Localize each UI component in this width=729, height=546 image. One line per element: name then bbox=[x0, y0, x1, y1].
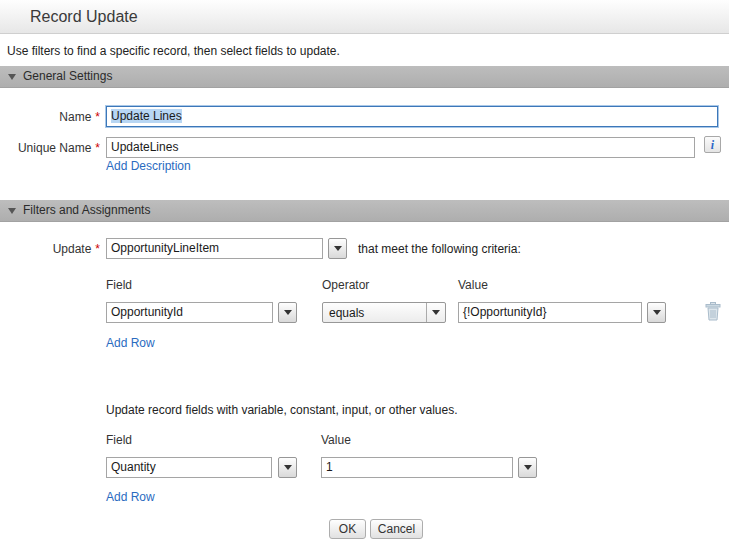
criteria-text: that meet the following criteria: bbox=[358, 242, 521, 256]
cancel-button[interactable]: Cancel bbox=[370, 519, 423, 539]
assignment-value-dropdown-button[interactable] bbox=[518, 457, 537, 478]
assignment-value-combobox[interactable]: 1 bbox=[321, 457, 513, 478]
dialog-titlebar: Record Update bbox=[0, 0, 729, 34]
filter-value-dropdown-button[interactable] bbox=[647, 302, 666, 323]
filter-field-column-header: Field bbox=[106, 278, 132, 292]
chevron-down-icon bbox=[524, 465, 532, 470]
update-object-dropdown-button[interactable] bbox=[328, 238, 347, 259]
trash-icon bbox=[705, 302, 721, 321]
chevron-down-icon bbox=[334, 246, 342, 251]
required-asterisk: * bbox=[95, 242, 100, 256]
chevron-down-icon bbox=[432, 310, 440, 315]
name-input[interactable]: Update Lines bbox=[106, 106, 718, 127]
general-settings-header-label: General Settings bbox=[23, 66, 112, 87]
name-label: Name* bbox=[0, 110, 100, 124]
dialog-description: Use filters to find a specific record, t… bbox=[7, 44, 340, 58]
required-asterisk: * bbox=[95, 110, 100, 124]
assignments-description: Update record fields with variable, cons… bbox=[106, 403, 458, 417]
filter-operator-column-header: Operator bbox=[322, 278, 369, 292]
name-input-selected-text: Update Lines bbox=[111, 109, 182, 123]
collapse-triangle-icon bbox=[8, 74, 16, 80]
filter-field-combobox[interactable]: OpportunityId bbox=[106, 302, 273, 323]
delete-row-button[interactable] bbox=[705, 302, 721, 321]
chevron-down-icon bbox=[653, 310, 661, 315]
assignments-add-row-link[interactable]: Add Row bbox=[106, 490, 155, 504]
filter-field-dropdown-button[interactable] bbox=[278, 302, 297, 323]
assignment-field-column-header: Field bbox=[106, 433, 132, 447]
chevron-down-icon bbox=[284, 310, 292, 315]
filters-assignments-section-header[interactable]: Filters and Assignments bbox=[0, 200, 729, 222]
unique-name-label: Unique Name* bbox=[0, 141, 100, 155]
record-update-dialog: Record Update Use filters to find a spec… bbox=[0, 0, 729, 546]
required-asterisk: * bbox=[95, 141, 100, 155]
update-label: Update* bbox=[0, 242, 100, 256]
filter-value-column-header: Value bbox=[458, 278, 488, 292]
assignment-value-column-header: Value bbox=[321, 433, 351, 447]
filters-assignments-header-label: Filters and Assignments bbox=[23, 200, 150, 221]
collapse-triangle-icon bbox=[8, 208, 16, 214]
update-object-combobox[interactable]: OpportunityLineItem bbox=[106, 238, 323, 259]
chevron-down-icon bbox=[284, 465, 292, 470]
filters-add-row-link[interactable]: Add Row bbox=[106, 336, 155, 350]
filter-value-combobox[interactable]: {!OpportunityId} bbox=[458, 302, 642, 323]
unique-name-info-button[interactable]: i bbox=[704, 136, 721, 153]
assignment-field-combobox[interactable]: Quantity bbox=[106, 457, 272, 478]
select-arrow-section bbox=[426, 303, 445, 322]
ok-button[interactable]: OK bbox=[329, 519, 366, 539]
general-settings-section-header[interactable]: General Settings bbox=[0, 66, 729, 88]
assignment-field-dropdown-button[interactable] bbox=[278, 457, 297, 478]
add-description-link[interactable]: Add Description bbox=[106, 159, 191, 173]
dialog-title: Record Update bbox=[30, 0, 138, 33]
info-icon: i bbox=[711, 139, 714, 151]
unique-name-input[interactable]: UpdateLines bbox=[106, 137, 695, 158]
filter-operator-select[interactable]: equals bbox=[322, 302, 446, 323]
